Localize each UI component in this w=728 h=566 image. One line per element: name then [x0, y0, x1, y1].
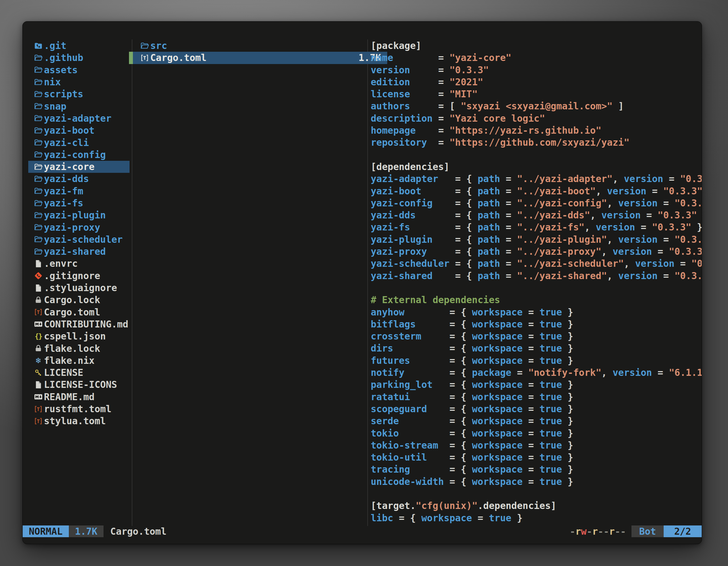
sidebar-item-cspell.json[interactable]: {}cspell.json — [28, 330, 130, 342]
token-k: true — [489, 513, 511, 523]
sidebar-item-.github[interactable]: .github — [28, 52, 130, 64]
sidebar-item-yazi-boot[interactable]: yazi-boot — [28, 125, 130, 137]
sidebar-item-yazi-shared[interactable]: yazi-shared — [28, 246, 130, 258]
token-p: = — [500, 246, 517, 257]
sidebar-item-yazi-cli[interactable]: yazi-cli — [28, 137, 130, 149]
sidebar-item-Cargo.toml[interactable]: Cargo.toml — [28, 306, 130, 318]
row-body: Cargo.toml1.7K — [133, 52, 387, 64]
token-k: yazi-proxy — [371, 246, 427, 257]
sidebar-item-Cargo.lock[interactable]: Cargo.lock — [28, 294, 130, 306]
token-p: } — [562, 355, 573, 366]
token-k: version — [607, 186, 646, 197]
token-k: tracing — [371, 464, 410, 475]
sidebar-item-CONTRIBUTING.md[interactable]: CONTRIBUTING.md — [28, 318, 130, 330]
token-s: "../yazi-proxy" — [517, 246, 602, 257]
sidebar-item-.git[interactable]: .git — [28, 40, 130, 52]
token-p: , — [607, 198, 618, 209]
sidebar-item-yazi-core[interactable]: yazi-core — [28, 161, 130, 173]
token-k: bitflags — [371, 319, 416, 330]
preview-line: yazi-shared = { path = "../yazi-shared",… — [371, 270, 702, 282]
preview-line: authors = [ "sxyazi <sxyazi@gmail.com>" … — [371, 100, 702, 112]
token-k: workspace — [472, 403, 523, 414]
item-label: yazi-proxy — [44, 222, 100, 233]
token-k: notify — [371, 367, 405, 378]
sidebar-item-.styluaignore[interactable]: .styluaignore — [28, 282, 130, 294]
folder-open-icon — [33, 65, 43, 75]
sidebar-item-flake.nix[interactable]: ❄flake.nix — [28, 354, 130, 366]
preview-line: unicode-width = { workspace = true } — [371, 476, 702, 488]
token-p: = { — [433, 198, 478, 209]
sidebar-item-.gitignore[interactable]: .gitignore — [28, 270, 130, 282]
token-k: yazi-scheduler — [371, 258, 449, 269]
item-label: nix — [44, 77, 61, 88]
token-k: path — [478, 210, 500, 221]
file-row-Cargo.toml[interactable]: Cargo.toml1.7K — [129, 52, 387, 64]
token-p: = — [410, 65, 450, 76]
item-label: LICENSE-ICONS — [44, 379, 117, 390]
sidebar-item-flake.lock[interactable]: flake.lock — [28, 342, 130, 354]
token-s: "../yazi-boot" — [517, 186, 596, 197]
token-s: "0.3.3" — [675, 234, 702, 245]
token-k: edition — [371, 77, 410, 88]
token-s: "0.3.3" — [652, 222, 691, 233]
sidebar-item-LICENSE[interactable]: LICENSE — [28, 366, 130, 379]
token-p: = { — [405, 307, 472, 318]
sidebar-item-rustfmt.toml[interactable]: rustfmt.toml — [28, 403, 130, 415]
sidebar-item-snap[interactable]: snap — [28, 100, 130, 112]
sidebar-item-nix[interactable]: nix — [28, 76, 130, 88]
token-p: = — [511, 367, 528, 378]
item-label: yazi-core — [44, 161, 95, 172]
preview-line: homepage = "https://yazi-rs.github.io" — [371, 125, 702, 137]
file-row-src[interactable]: src — [129, 40, 387, 52]
token-k: true — [539, 319, 562, 330]
sidebar-item-.envrc[interactable]: .envrc — [28, 258, 130, 270]
token-s: "../yazi-config" — [517, 198, 607, 209]
row-body: src — [133, 40, 387, 52]
token-p: , — [607, 234, 618, 245]
folder-open-icon — [33, 198, 43, 208]
token-k: path — [478, 246, 500, 257]
token-p: = — [523, 415, 539, 426]
sidebar-item-yazi-config[interactable]: yazi-config — [28, 149, 130, 161]
sidebar-item-README.md[interactable]: README.md — [28, 391, 130, 403]
sidebar-item-yazi-proxy[interactable]: yazi-proxy — [28, 221, 130, 233]
sidebar-item-assets[interactable]: assets — [28, 64, 130, 76]
token-p: = { — [416, 319, 472, 330]
preview-line: yazi-dds = { path = "../yazi-dds", versi… — [371, 209, 702, 221]
preview-line: dirs = { workspace = true } — [371, 342, 702, 354]
token-p: = — [657, 234, 674, 245]
sidebar-item-yazi-fs[interactable]: yazi-fs — [28, 197, 130, 209]
sidebar-item-yazi-dds[interactable]: yazi-dds — [28, 173, 130, 185]
token-k: workspace — [472, 476, 523, 487]
token-k: yazi-plugin — [371, 234, 433, 245]
sidebar-item-yazi-scheduler[interactable]: yazi-scheduler — [28, 234, 130, 246]
sidebar-item-yazi-adapter[interactable]: yazi-adapter — [28, 112, 130, 125]
token-p: = { — [405, 367, 472, 378]
token-k: true — [539, 343, 562, 354]
token-k: true — [539, 331, 562, 342]
toml-icon — [33, 416, 43, 426]
preview-line — [371, 149, 702, 161]
token-k: path — [478, 173, 500, 184]
sidebar-item-scripts[interactable]: scripts — [28, 88, 130, 100]
token-k: scopeguard — [371, 403, 427, 414]
perm-char: - — [615, 526, 620, 537]
token-p: } — [697, 210, 702, 221]
perm-char: - — [620, 526, 626, 537]
sidebar-item-stylua.toml[interactable]: stylua.toml — [28, 415, 130, 427]
sidebar-item-LICENSE-ICONS[interactable]: LICENSE-ICONS — [28, 379, 130, 391]
toml-icon — [140, 53, 150, 63]
preview-line: description = "Yazi core logic" — [371, 112, 702, 125]
token-k: workspace — [472, 391, 523, 402]
preview-line: futures = { workspace = true } — [371, 354, 702, 366]
preview-line: tracing = { workspace = true } — [371, 463, 702, 475]
marker-gutter — [129, 40, 133, 52]
token-p: = — [641, 210, 657, 221]
sidebar-item-yazi-plugin[interactable]: yazi-plugin — [28, 209, 130, 221]
sidebar-item-yazi-fm[interactable]: yazi-fm — [28, 185, 130, 197]
token-p: = — [652, 246, 669, 257]
token-p: } — [511, 513, 523, 523]
token-p: } — [562, 476, 573, 487]
token-k: path — [478, 258, 500, 269]
status-bar: NORMAL 1.7K Cargo.toml -rw-r--r-- Bot 2/… — [23, 525, 702, 537]
